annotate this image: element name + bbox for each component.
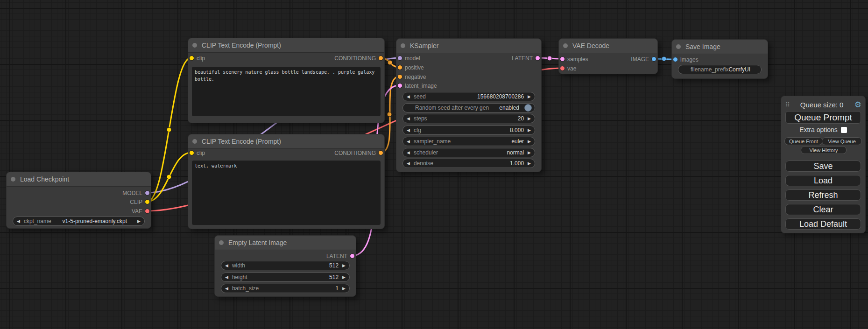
widget-filename-prefix[interactable]: filename_prefix ComfyUI <box>678 65 762 74</box>
widget-scheduler[interactable]: ◀ scheduler normal ▶ <box>402 148 535 157</box>
latent-port-icon[interactable] <box>350 253 355 259</box>
queue-size-label: Queue size: 0 <box>790 101 854 109</box>
port-conditioning-output[interactable]: CONDITIONING <box>188 54 384 63</box>
increment-arrow-icon[interactable]: ▶ <box>339 275 349 280</box>
latent-port-icon[interactable] <box>397 83 402 88</box>
port-latent-image-input[interactable]: latent_image <box>396 82 541 90</box>
queue-front-button[interactable]: Queue Front <box>784 137 823 145</box>
port-latent-output[interactable]: LATENT <box>215 252 356 260</box>
port-positive-input[interactable]: positive <box>396 63 541 72</box>
increment-arrow-icon[interactable]: ▶ <box>524 95 535 99</box>
decrement-arrow-icon[interactable]: ◀ <box>403 128 414 133</box>
node-load-checkpoint[interactable]: Load Checkpoint MODEL CLIP VAE ◀ ckpt_na… <box>6 172 151 229</box>
node-empty-latent-image[interactable]: Empty Latent Image LATENT ◀ width 512 ▶ … <box>214 235 356 297</box>
decrement-arrow-icon[interactable]: ◀ <box>403 140 414 144</box>
node-ksampler[interactable]: KSampler model positive negative latent_… <box>396 38 542 172</box>
decrement-arrow-icon[interactable]: ◀ <box>403 95 414 99</box>
node-clip-text-encode-positive-title[interactable]: CLIP Text Encode (Prompt) <box>188 38 384 53</box>
conditioning-port-icon[interactable] <box>397 74 402 79</box>
extra-options-label: Extra options <box>799 126 838 133</box>
decrement-arrow-icon[interactable]: ◀ <box>13 219 24 224</box>
vae-port-icon[interactable] <box>145 209 150 214</box>
increment-arrow-icon[interactable]: ▶ <box>524 128 535 133</box>
port-vae-input[interactable]: vae <box>559 64 657 73</box>
port-latent-output[interactable]: LATENT <box>396 54 541 63</box>
increment-arrow-icon[interactable]: ▶ <box>524 140 535 144</box>
port-vae-output[interactable]: VAE <box>7 207 151 216</box>
widget-steps[interactable]: ◀ steps 20 ▶ <box>402 114 535 123</box>
conditioning-port-icon[interactable] <box>378 56 383 61</box>
increment-arrow-icon[interactable]: ▶ <box>524 151 535 155</box>
collapse-dot-icon[interactable] <box>192 43 197 48</box>
node-graph-canvas[interactable]: Load Checkpoint MODEL CLIP VAE ◀ ckpt_na… <box>0 0 868 329</box>
collapse-dot-icon[interactable] <box>563 43 568 48</box>
port-negative-input[interactable]: negative <box>396 73 541 81</box>
image-port-icon[interactable] <box>673 57 678 62</box>
node-load-checkpoint-title[interactable]: Load Checkpoint <box>7 172 151 187</box>
decrement-arrow-icon[interactable]: ◀ <box>403 117 414 121</box>
load-button[interactable]: Load <box>785 175 861 186</box>
positive-prompt-textarea[interactable]: beautiful scenery nature glass bottle la… <box>192 67 381 116</box>
clip-port-icon[interactable] <box>145 199 150 204</box>
node-empty-latent-image-title[interactable]: Empty Latent Image <box>215 236 356 250</box>
increment-arrow-icon[interactable]: ▶ <box>134 219 144 224</box>
increment-arrow-icon[interactable]: ▶ <box>339 287 349 291</box>
queue-panel: ⠿ Queue size: 0 ⚙ Queue Prompt Extra opt… <box>781 96 866 233</box>
port-label: CONDITIONING <box>334 150 376 156</box>
view-history-button[interactable]: View History <box>801 146 847 154</box>
conditioning-port-icon[interactable] <box>397 65 402 70</box>
collapse-dot-icon[interactable] <box>219 240 224 245</box>
widget-cfg[interactable]: ◀ cfg 8.000 ▶ <box>402 126 535 135</box>
node-title-label: KSampler <box>410 42 438 49</box>
widget-height[interactable]: ◀ height 512 ▶ <box>221 273 350 282</box>
increment-arrow-icon[interactable]: ▶ <box>524 161 535 166</box>
node-vae-decode-title[interactable]: VAE Decode <box>559 39 657 53</box>
decrement-arrow-icon[interactable]: ◀ <box>221 264 232 268</box>
collapse-dot-icon[interactable] <box>192 139 197 144</box>
node-clip-text-encode-negative[interactable]: CLIP Text Encode (Prompt) clip CONDITION… <box>188 134 385 229</box>
drag-handle-icon[interactable]: ⠿ <box>785 101 790 108</box>
increment-arrow-icon[interactable]: ▶ <box>339 264 349 268</box>
extra-options-checkbox[interactable] <box>841 127 847 133</box>
port-images-input[interactable]: images <box>672 56 768 64</box>
collapse-dot-icon[interactable] <box>401 43 405 48</box>
widget-random-seed-toggle[interactable]: Random seed after every gen enabled <box>402 103 535 112</box>
widget-denoise[interactable]: ◀ denoise 1.000 ▶ <box>402 159 535 168</box>
negative-prompt-textarea[interactable]: text, watermark <box>192 161 381 225</box>
model-port-icon[interactable] <box>145 190 150 196</box>
save-button[interactable]: Save <box>785 161 861 172</box>
image-port-icon[interactable] <box>651 56 656 62</box>
increment-arrow-icon[interactable]: ▶ <box>524 117 535 121</box>
node-ksampler-title[interactable]: KSampler <box>396 39 541 53</box>
decrement-arrow-icon[interactable]: ◀ <box>221 275 232 280</box>
refresh-button[interactable]: Refresh <box>785 189 861 201</box>
widget-seed[interactable]: ◀ seed 156680208700286 ▶ <box>402 92 535 101</box>
widget-sampler-name[interactable]: ◀ sampler_name euler ▶ <box>402 137 535 146</box>
decrement-arrow-icon[interactable]: ◀ <box>403 151 414 155</box>
widget-batch-size[interactable]: ◀ batch_size 1 ▶ <box>221 284 350 293</box>
node-save-image[interactable]: Save Image images filename_prefix ComfyU… <box>671 39 768 79</box>
port-clip-output[interactable]: CLIP <box>7 198 151 206</box>
node-clip-text-encode-positive[interactable]: CLIP Text Encode (Prompt) clip CONDITION… <box>188 38 385 123</box>
vae-port-icon[interactable] <box>560 66 565 71</box>
load-default-button[interactable]: Load Default <box>785 218 861 230</box>
collapse-dot-icon[interactable] <box>676 44 681 49</box>
collapse-dot-icon[interactable] <box>11 177 15 182</box>
conditioning-port-icon[interactable] <box>378 150 383 155</box>
port-model-output[interactable]: MODEL <box>7 189 151 197</box>
view-queue-button[interactable]: View Queue <box>822 137 862 145</box>
node-vae-decode[interactable]: VAE Decode samples vae IMAGE <box>558 38 658 74</box>
decrement-arrow-icon[interactable]: ◀ <box>221 287 232 291</box>
queue-prompt-button[interactable]: Queue Prompt <box>785 111 861 124</box>
toggle-knob-icon[interactable] <box>524 104 532 112</box>
clear-button[interactable]: Clear <box>785 204 861 215</box>
port-image-output[interactable]: IMAGE <box>559 55 657 63</box>
decrement-arrow-icon[interactable]: ◀ <box>403 161 414 166</box>
gear-icon[interactable]: ⚙ <box>854 101 861 109</box>
node-save-image-title[interactable]: Save Image <box>672 40 768 54</box>
node-clip-text-encode-negative-title[interactable]: CLIP Text Encode (Prompt) <box>188 134 384 149</box>
widget-ckpt-name[interactable]: ◀ ckpt_name v1-5-pruned-emaonly.ckpt ▶ <box>13 217 145 226</box>
port-conditioning-output[interactable]: CONDITIONING <box>188 149 384 157</box>
widget-width[interactable]: ◀ width 512 ▶ <box>221 261 350 270</box>
latent-port-icon[interactable] <box>535 56 540 61</box>
